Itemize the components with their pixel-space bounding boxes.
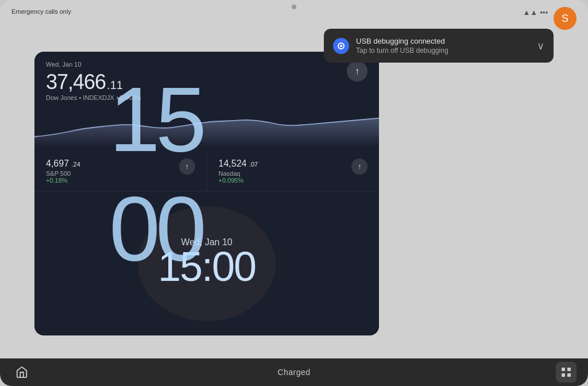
signal-icons: ▲▲ ▪▪▪ [523, 8, 548, 17]
svg-rect-4 [562, 373, 565, 377]
stock-cell-sp500: 4,697 .24 S&P 500 +0.18% ↑ [34, 152, 207, 191]
status-bar: Emergency calls only ▲▲ ▪▪▪ [0, 0, 588, 23]
svg-rect-3 [567, 368, 571, 371]
content-area: USB debugging connected Tap to turn off … [34, 23, 554, 363]
stock-cell-nasdaq: 14,524 .07 Nasdaq +0.095% ↑ [207, 152, 380, 191]
charged-label: Charged [277, 368, 310, 377]
avatar[interactable]: S [554, 7, 577, 30]
sp500-name: S&P 500 [46, 170, 80, 177]
stock-price-main: 37,466 [46, 70, 106, 94]
stock-date: Wed, Jan 10 [46, 61, 141, 68]
signal-icon: ▪▪▪ [540, 8, 548, 17]
sp500-expand-button[interactable]: ↑ [179, 159, 195, 175]
sp500-value: 4,697 [46, 159, 69, 168]
sp500-change: +0.18% [46, 177, 80, 184]
wifi-icon: ▲▲ [523, 8, 537, 17]
usb-notification[interactable]: USB debugging connected Tap to turn off … [324, 29, 554, 63]
avatar-initial: S [562, 13, 568, 25]
nasdaq-change: +0.095% [219, 177, 258, 184]
emergency-text: Emergency calls only [11, 8, 71, 15]
usb-icon [333, 38, 349, 54]
svg-rect-2 [562, 368, 565, 371]
stock-info: Wed, Jan 10 37,466 .11 Dow Jones • INDEX… [46, 61, 141, 101]
clock-time: 15:00 [158, 243, 256, 290]
usb-title: USB debugging connected [356, 37, 530, 45]
stock-price-decimal: .11 [107, 79, 123, 92]
nasdaq-name: Nasdaq [219, 170, 258, 177]
usb-expand-icon[interactable]: ∨ [537, 40, 544, 52]
svg-point-1 [340, 45, 342, 47]
sp500-decimal: .24 [72, 161, 80, 168]
usb-text: USB debugging connected Tap to turn off … [356, 37, 530, 55]
nasdaq-decimal: .07 [249, 161, 258, 168]
nasdaq-value: 14,524 [219, 159, 247, 168]
camera-dot [292, 5, 296, 9]
clock-widget: Wed, Jan 10 15:00 [34, 192, 379, 335]
svg-rect-5 [567, 373, 571, 377]
home-button[interactable] [11, 362, 32, 383]
tablet-frame: Emergency calls only ▲▲ ▪▪▪ S USB debugg… [0, 0, 588, 386]
stock-expand-button[interactable]: ↑ [347, 61, 368, 82]
stock-chart [34, 106, 379, 152]
nasdaq-expand-button[interactable]: ↑ [351, 159, 368, 175]
usb-subtitle: Tap to turn off USB debugging [356, 47, 530, 55]
stock-index: Dow Jones • INDEXDJX +0.069% [46, 94, 141, 101]
grid-button[interactable] [556, 362, 577, 383]
bottom-bar: Charged [0, 358, 588, 386]
